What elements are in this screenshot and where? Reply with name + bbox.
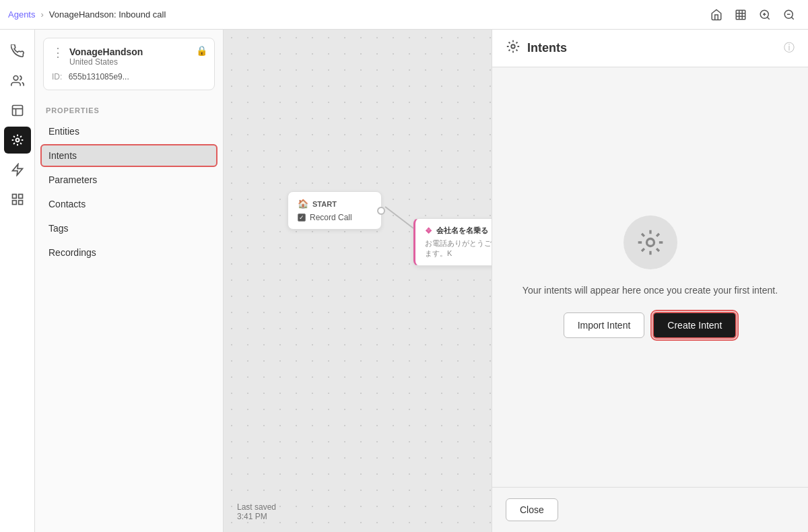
jp-node-subtitle: お電話ありがとうございます。K xyxy=(425,238,492,259)
svg-rect-17 xyxy=(18,201,22,205)
sidebar-item-tags[interactable]: Tags xyxy=(40,217,217,240)
agent-card-header: ⋮ VonageHandson United States xyxy=(52,46,206,67)
start-node-title: 🏠 START xyxy=(298,199,372,209)
svg-marker-13 xyxy=(12,164,22,176)
intents-header: Intents ⓘ xyxy=(492,30,808,67)
svg-point-19 xyxy=(511,44,515,48)
record-label: Record Call xyxy=(310,213,352,222)
info-icon[interactable]: ⓘ xyxy=(784,41,795,55)
breadcrumb-current: VonageHandson: Inbound call xyxy=(49,9,166,20)
sidebar-btn-bolt[interactable] xyxy=(4,156,31,183)
agent-card: ⋮ VonageHandson United States ID: 655b13… xyxy=(43,38,215,90)
intents-panel: Intents ⓘ Your intents will appear here … xyxy=(492,30,808,532)
last-saved-time: 3:41 PM xyxy=(237,512,276,521)
svg-rect-9 xyxy=(12,106,22,116)
sidebar-item-parameters[interactable]: Parameters xyxy=(40,168,217,191)
svg-rect-15 xyxy=(18,195,22,199)
main-layout: ⋮ VonageHandson United States ID: 655b13… xyxy=(0,30,808,532)
home-button[interactable] xyxy=(706,4,727,26)
sidebar-btn-layout[interactable] xyxy=(4,97,31,124)
last-saved-label: Last saved xyxy=(237,502,276,512)
icon-sidebar xyxy=(0,30,35,532)
sidebar-btn-contacts[interactable] xyxy=(4,67,31,94)
svg-line-18 xyxy=(385,207,413,228)
start-node[interactable]: 🏠 START ✓ Record Call xyxy=(288,191,382,230)
sidebar-item-intents[interactable]: Intents xyxy=(40,144,217,167)
house-icon: 🏠 xyxy=(298,199,308,209)
agent-id-value: 655b131085e9... xyxy=(69,72,129,81)
sidebar-item-recordings[interactable]: Recordings xyxy=(40,241,217,264)
svg-point-12 xyxy=(15,139,19,142)
breadcrumb-agents[interactable]: Agents xyxy=(8,9,35,20)
svg-point-20 xyxy=(646,239,654,246)
intents-header-icon xyxy=(506,39,520,57)
intents-actions: Import Intent Create Intent xyxy=(564,312,737,339)
sidebar-btn-grid[interactable] xyxy=(4,186,31,213)
canvas-svg xyxy=(224,30,492,532)
expand-button[interactable] xyxy=(730,4,751,26)
import-intent-button[interactable]: Import Intent xyxy=(564,312,645,338)
zoom-out-button[interactable] xyxy=(778,4,800,26)
svg-rect-0 xyxy=(736,10,745,20)
lock-icon: 🔒 xyxy=(196,45,207,56)
agent-name: VonageHandson xyxy=(69,46,143,57)
properties-panel: ⋮ VonageHandson United States ID: 655b13… xyxy=(35,30,224,532)
sidebar-btn-intents[interactable] xyxy=(4,127,31,154)
top-bar-actions xyxy=(706,4,800,26)
intents-body: Your intents will appear here once you c… xyxy=(492,67,808,487)
properties-section-label: PROPERTIES xyxy=(35,98,223,120)
intents-placeholder-text: Your intents will appear here once you c… xyxy=(523,283,778,298)
breadcrumb-separator: › xyxy=(40,9,43,20)
jp-node[interactable]: ❖ 会社名を名乗る お電話ありがとうございます。K xyxy=(413,218,492,266)
close-button[interactable]: Close xyxy=(506,498,558,521)
agent-info: VonageHandson United States xyxy=(69,46,143,67)
svg-rect-16 xyxy=(12,201,16,205)
record-checkbox[interactable]: ✓ xyxy=(298,213,306,222)
svg-point-8 xyxy=(13,76,18,81)
create-intent-button[interactable]: Create Intent xyxy=(652,312,737,339)
jp-node-title: ❖ 会社名を名乗る xyxy=(425,226,492,236)
canvas-area[interactable]: 🏠 START ✓ Record Call ❖ 会社名を名乗る お電話ありがとう… xyxy=(224,30,492,532)
jp-node-icon: ❖ xyxy=(425,226,432,236)
agent-id-row: ID: 655b131085e9... xyxy=(52,72,206,81)
intents-footer: Close xyxy=(492,487,808,532)
intents-panel-title: Intents xyxy=(527,41,777,55)
record-call-row: ✓ Record Call xyxy=(298,213,372,222)
svg-rect-14 xyxy=(12,195,16,199)
agent-id-label: ID: xyxy=(52,72,62,81)
sidebar-item-contacts[interactable]: Contacts xyxy=(40,193,217,215)
search-canvas-button[interactable] xyxy=(754,4,776,26)
top-bar: Agents › VonageHandson: Inbound call xyxy=(0,0,808,30)
agent-menu-dots[interactable]: ⋮ xyxy=(52,46,64,59)
svg-line-2 xyxy=(767,17,769,19)
properties-nav: Entities Intents Parameters Contacts Tag… xyxy=(35,120,223,264)
sidebar-btn-phone[interactable] xyxy=(4,38,31,65)
canvas-footer: Last saved 3:41 PM xyxy=(237,502,276,521)
sidebar-item-entities[interactable]: Entities xyxy=(40,120,217,143)
start-node-connector xyxy=(377,207,385,215)
svg-line-6 xyxy=(791,17,793,19)
agent-country: United States xyxy=(69,57,143,67)
intents-placeholder-icon xyxy=(624,215,677,269)
